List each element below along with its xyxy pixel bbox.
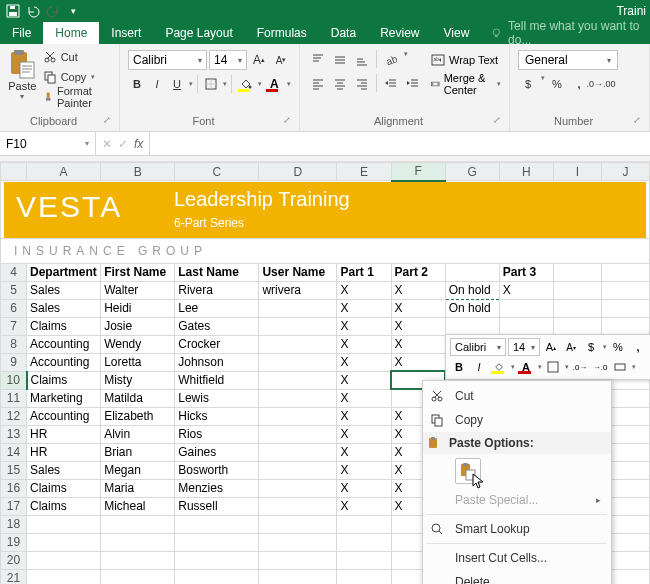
cell[interactable] [259, 443, 337, 461]
tab-review[interactable]: Review [368, 22, 431, 44]
row-header[interactable]: 10 [1, 371, 27, 389]
enter-formula-icon[interactable]: ✓ [118, 137, 128, 151]
table-row[interactable]: 5 Sales Walter Rivera wrivera X X On hol… [1, 281, 650, 299]
mini-borders-button[interactable] [544, 358, 562, 376]
cell[interactable] [101, 551, 175, 569]
mini-italic-button[interactable]: I [470, 358, 488, 376]
increase-font-button[interactable]: A▴ [249, 50, 269, 70]
tab-page-layout[interactable]: Page Layout [153, 22, 244, 44]
cell[interactable]: Elizabeth [101, 407, 175, 425]
mini-percent-button[interactable]: % [609, 338, 627, 356]
accounting-format-button[interactable]: $ [518, 74, 538, 94]
orientation-button[interactable]: ab [381, 50, 401, 70]
cell[interactable] [259, 299, 337, 317]
paste-button[interactable]: Paste ▾ [8, 48, 37, 106]
col-header[interactable]: B [101, 163, 175, 181]
undo-icon[interactable] [24, 2, 42, 20]
cell[interactable]: Sales [27, 299, 101, 317]
cell[interactable] [499, 299, 553, 317]
cell[interactable]: Maria [101, 479, 175, 497]
ctx-cut[interactable]: Cut [423, 384, 611, 408]
cell[interactable] [601, 299, 649, 317]
cell[interactable]: Whitfield [175, 371, 259, 389]
cell[interactable] [259, 353, 337, 371]
cell[interactable]: X [337, 389, 391, 407]
mini-increase-decimal-button[interactable]: .0→ [571, 358, 589, 376]
grid[interactable]: A B C D E F G H I J VESTA Leadership Tra… [0, 162, 650, 584]
merge-dropdown-icon[interactable]: ▾ [497, 80, 501, 88]
cell[interactable] [259, 425, 337, 443]
cell[interactable] [601, 281, 649, 299]
ctx-insert-cut-cells[interactable]: Insert Cut Cells... [423, 546, 611, 570]
cell[interactable]: X [337, 407, 391, 425]
save-icon[interactable] [4, 2, 22, 20]
cell[interactable] [101, 569, 175, 584]
alignment-launcher-icon[interactable]: ⤢ [493, 115, 501, 125]
cell[interactable]: Part 2 [391, 263, 445, 281]
cell[interactable]: Department [27, 263, 101, 281]
bold-button[interactable]: B [128, 74, 146, 94]
mini-accounting-button[interactable]: $ [582, 338, 600, 356]
row-header[interactable]: 4 [1, 263, 27, 281]
accounting-dropdown-icon[interactable]: ▾ [541, 74, 545, 94]
row-header[interactable]: 12 [1, 407, 27, 425]
fill-color-dropdown-icon[interactable]: ▾ [258, 80, 262, 88]
cell[interactable]: Sales [27, 281, 101, 299]
cell[interactable]: Hicks [175, 407, 259, 425]
table-row[interactable]: 6 Sales Heidi Lee X X On hold [1, 299, 650, 317]
align-bottom-button[interactable] [352, 50, 372, 70]
cell[interactable] [259, 569, 337, 584]
col-header[interactable]: A [27, 163, 101, 181]
cell[interactable] [553, 299, 601, 317]
align-right-button[interactable] [352, 74, 372, 94]
tab-formulas[interactable]: Formulas [245, 22, 319, 44]
mini-font-color-button[interactable]: A [517, 358, 535, 376]
row-header[interactable]: 14 [1, 443, 27, 461]
align-center-button[interactable] [330, 74, 350, 94]
cell[interactable]: X [337, 461, 391, 479]
cell[interactable]: User Name [259, 263, 337, 281]
mini-increase-font-button[interactable]: A▴ [542, 338, 560, 356]
col-header[interactable]: J [601, 163, 649, 181]
col-header[interactable]: C [175, 163, 259, 181]
col-header[interactable]: H [499, 163, 553, 181]
cell[interactable]: Crocker [175, 335, 259, 353]
cell[interactable]: X [337, 317, 391, 335]
tab-insert[interactable]: Insert [99, 22, 153, 44]
cell[interactable]: Russell [175, 497, 259, 515]
cell[interactable]: wrivera [259, 281, 337, 299]
cell[interactable] [337, 533, 391, 551]
redo-icon[interactable] [44, 2, 62, 20]
font-color-button[interactable]: A [264, 74, 284, 94]
cell[interactable] [553, 263, 601, 281]
cell[interactable] [27, 569, 101, 584]
cell[interactable] [337, 515, 391, 533]
col-header[interactable]: E [337, 163, 391, 181]
row-header[interactable]: 5 [1, 281, 27, 299]
cell[interactable]: Menzies [175, 479, 259, 497]
cell[interactable] [259, 551, 337, 569]
cell[interactable]: Accounting [27, 335, 101, 353]
cell[interactable] [259, 497, 337, 515]
cell[interactable] [445, 317, 499, 335]
row-header[interactable]: 17 [1, 497, 27, 515]
cell[interactable]: Bosworth [175, 461, 259, 479]
number-format-combo[interactable]: General▾ [518, 50, 618, 70]
cell[interactable]: On hold [445, 299, 499, 317]
cell[interactable]: Lewis [175, 389, 259, 407]
cell[interactable]: X [391, 353, 445, 371]
tell-me-box[interactable]: Tell me what you want to do... [481, 22, 650, 44]
cell[interactable]: Rivera [175, 281, 259, 299]
font-size-combo[interactable]: 14▾ [209, 50, 247, 70]
font-launcher-icon[interactable]: ⤢ [283, 115, 291, 125]
wrap-text-button[interactable]: ab Wrap Text [431, 50, 501, 70]
cell[interactable]: X [337, 299, 391, 317]
cell[interactable]: X [337, 425, 391, 443]
cell[interactable]: Claims [27, 317, 101, 335]
cell[interactable] [259, 389, 337, 407]
cell[interactable]: Heidi [101, 299, 175, 317]
percent-format-button[interactable]: % [547, 74, 567, 94]
cell[interactable]: Gates [175, 317, 259, 335]
cell[interactable] [601, 263, 649, 281]
cell[interactable]: X [391, 281, 445, 299]
